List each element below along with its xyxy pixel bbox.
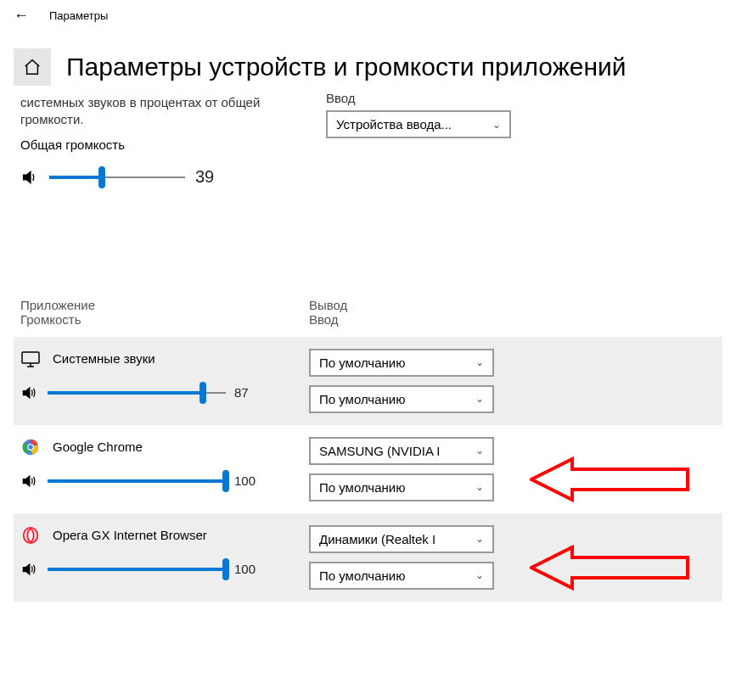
home-button[interactable]: [14, 48, 51, 86]
output-device-dropdown[interactable]: По умолчанию⌄: [309, 349, 494, 377]
app-name-label: Opera GX Internet Browser: [53, 528, 207, 542]
app-volume-value: 87: [234, 385, 260, 400]
app-volume-value: 100: [234, 562, 260, 576]
output-device-dropdown[interactable]: SAMSUNG (NVIDIA I⌄: [309, 437, 494, 465]
chevron-down-icon: ⌄: [475, 356, 484, 368]
speaker-icon[interactable]: [20, 168, 39, 187]
svg-point-5: [28, 445, 33, 450]
speaker-icon[interactable]: [20, 384, 39, 401]
app-volume-slider[interactable]: [48, 383, 226, 403]
speaker-icon[interactable]: [20, 473, 39, 490]
home-icon: [23, 58, 42, 76]
monitor-icon: [20, 349, 41, 369]
input-device-value: По умолчанию: [319, 568, 405, 583]
input-device-value: По умолчанию: [319, 480, 405, 495]
app-volume-value: 100: [234, 473, 260, 488]
input-device-dropdown[interactable]: Устройства ввода... ⌄: [326, 110, 511, 138]
column-header-input: Ввод: [309, 312, 347, 327]
master-volume-slider[interactable]: [49, 167, 185, 188]
chevron-down-icon: ⌄: [475, 533, 484, 545]
input-device-dropdown[interactable]: По умолчанию⌄: [309, 385, 494, 413]
column-header-volume: Громкость: [20, 312, 309, 327]
input-section-label: Ввод: [326, 91, 716, 105]
chrome-icon: [20, 437, 41, 457]
input-device-dropdown[interactable]: По умолчанию⌄: [309, 562, 494, 590]
input-device-value: По умолчанию: [319, 392, 405, 406]
app-name-label: Google Chrome: [53, 440, 143, 454]
chevron-down-icon: ⌄: [475, 481, 484, 493]
speaker-icon[interactable]: [20, 561, 39, 578]
annotation-arrow-icon: [530, 542, 691, 596]
app-row: Системные звуки87По умолчанию⌄По умолчан…: [14, 337, 722, 425]
back-button[interactable]: ←: [14, 7, 29, 25]
output-device-dropdown[interactable]: Динамики (Realtek I⌄: [309, 525, 494, 553]
chevron-down-icon: ⌄: [475, 393, 484, 405]
app-name-label: Системные звуки: [53, 351, 155, 366]
input-device-value: Устройства ввода...: [336, 117, 452, 132]
master-volume-label: Общая громкость: [20, 137, 292, 152]
app-row: Google Chrome100SAMSUNG (NVIDIA I⌄По умо…: [14, 425, 722, 513]
description-text: системных звуков в процентах от общей гр…: [20, 94, 292, 129]
output-device-value: SAMSUNG (NVIDIA I: [319, 444, 441, 458]
master-volume-value: 39: [195, 167, 221, 187]
opera-icon: [20, 525, 41, 546]
svg-point-7: [27, 529, 33, 541]
page-title: Параметры устройств и громкости приложен…: [66, 53, 626, 81]
app-row: Opera GX Internet Browser100Динамики (Re…: [14, 513, 722, 602]
column-header-app: Приложение: [20, 298, 309, 312]
chevron-down-icon: ⌄: [492, 119, 501, 131]
input-device-dropdown[interactable]: По умолчанию⌄: [309, 473, 494, 501]
column-header-output: Вывод: [309, 298, 347, 312]
chevron-down-icon: ⌄: [475, 445, 484, 456]
annotation-arrow-icon: [530, 454, 691, 508]
app-volume-slider[interactable]: [48, 559, 226, 580]
app-volume-slider[interactable]: [48, 471, 226, 491]
output-device-value: По умолчанию: [319, 356, 405, 370]
window-title: Параметры: [49, 9, 108, 22]
output-device-value: Динамики (Realtek I: [319, 532, 435, 546]
chevron-down-icon: ⌄: [475, 569, 484, 581]
svg-rect-0: [22, 352, 39, 363]
